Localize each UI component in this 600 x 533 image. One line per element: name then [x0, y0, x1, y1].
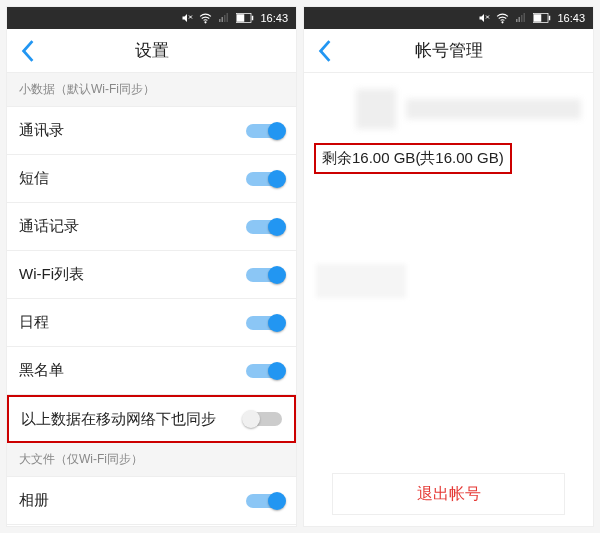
logout-label: 退出帐号: [417, 484, 481, 505]
row-label: 日程: [19, 313, 49, 332]
svg-rect-4: [222, 17, 224, 22]
row-label: 通话记录: [19, 217, 79, 236]
toggle-switch[interactable]: [246, 364, 284, 378]
row-label: 短信: [19, 169, 49, 188]
settings-row: Wi-Fi列表: [7, 251, 296, 299]
toggle-switch[interactable]: [246, 494, 284, 508]
page-title: 帐号管理: [304, 39, 593, 62]
toggle-knob: [268, 266, 286, 284]
row-label: 以上数据在移动网络下也同步: [21, 410, 216, 429]
svg-rect-5: [224, 15, 226, 22]
row-label: 相册: [19, 491, 49, 510]
status-time: 16:43: [557, 12, 585, 24]
svg-rect-16: [524, 13, 526, 22]
toggle-switch[interactable]: [244, 412, 282, 426]
account-content: 剩余16.00 GB(共16.00 GB) 退出帐号: [304, 73, 593, 525]
blurred-block: [316, 264, 406, 298]
signal-icon: [515, 12, 527, 24]
storage-usage: 剩余16.00 GB(共16.00 GB): [314, 143, 512, 174]
section-header-big: 大文件（仅Wi-Fi同步）: [7, 443, 296, 477]
phone-left: 16:43 设置 小数据（默认Wi-Fi同步） 通讯录短信通话记录Wi-Fi列表…: [6, 6, 297, 527]
battery-icon: [533, 13, 551, 23]
svg-point-2: [205, 21, 206, 22]
settings-row: 日程: [7, 299, 296, 347]
volume-mute-icon: [478, 12, 490, 24]
row-label: 黑名单: [19, 361, 64, 380]
avatar: [356, 89, 396, 129]
row-label: Wi-Fi列表: [19, 265, 84, 284]
phone-right: 16:43 帐号管理 剩余16.00 GB(共16.00 GB) 退出帐号: [303, 6, 594, 527]
wifi-icon: [496, 12, 509, 25]
svg-rect-14: [519, 17, 521, 22]
toggle-switch[interactable]: [246, 172, 284, 186]
svg-rect-15: [521, 15, 523, 22]
toggle-knob: [268, 362, 286, 380]
battery-icon: [236, 13, 254, 23]
volume-mute-icon: [181, 12, 193, 24]
toggle-knob: [268, 122, 286, 140]
toggle-knob: [268, 218, 286, 236]
status-bar: 16:43: [7, 7, 296, 29]
svg-rect-13: [516, 19, 518, 22]
settings-row: 黑名单: [7, 347, 296, 395]
settings-row: 通讯录: [7, 107, 296, 155]
section-header-small: 小数据（默认Wi-Fi同步）: [7, 73, 296, 107]
status-bar: 16:43: [304, 7, 593, 29]
row-label: 通讯录: [19, 121, 64, 140]
toggle-switch[interactable]: [246, 220, 284, 234]
account-name-blurred: [406, 99, 581, 119]
toggle-knob: [268, 170, 286, 188]
toggle-knob: [268, 492, 286, 510]
settings-row: 通话记录: [7, 203, 296, 251]
settings-row: 以上数据在移动网络下也同步: [7, 395, 296, 443]
back-button[interactable]: [13, 29, 43, 73]
svg-rect-18: [534, 14, 542, 22]
settings-row: 短信: [7, 155, 296, 203]
svg-rect-3: [219, 19, 221, 22]
nav-bar: 帐号管理: [304, 29, 593, 73]
svg-rect-19: [549, 16, 551, 21]
svg-point-12: [502, 21, 503, 22]
wifi-icon: [199, 12, 212, 25]
nav-bar: 设置: [7, 29, 296, 73]
svg-rect-8: [237, 14, 245, 22]
toggle-switch[interactable]: [246, 268, 284, 282]
back-button[interactable]: [310, 29, 340, 73]
settings-row: 相册: [7, 477, 296, 525]
settings-row: 便签: [7, 525, 296, 526]
logout-button[interactable]: 退出帐号: [332, 473, 565, 515]
account-info[interactable]: [316, 83, 581, 143]
status-time: 16:43: [260, 12, 288, 24]
toggle-switch[interactable]: [246, 124, 284, 138]
svg-rect-6: [227, 13, 229, 22]
toggle-knob: [268, 314, 286, 332]
svg-rect-9: [252, 16, 254, 21]
page-title: 设置: [7, 39, 296, 62]
toggle-knob: [242, 410, 260, 428]
signal-icon: [218, 12, 230, 24]
toggle-switch[interactable]: [246, 316, 284, 330]
settings-content: 小数据（默认Wi-Fi同步） 通讯录短信通话记录Wi-Fi列表日程黑名单以上数据…: [7, 73, 296, 526]
